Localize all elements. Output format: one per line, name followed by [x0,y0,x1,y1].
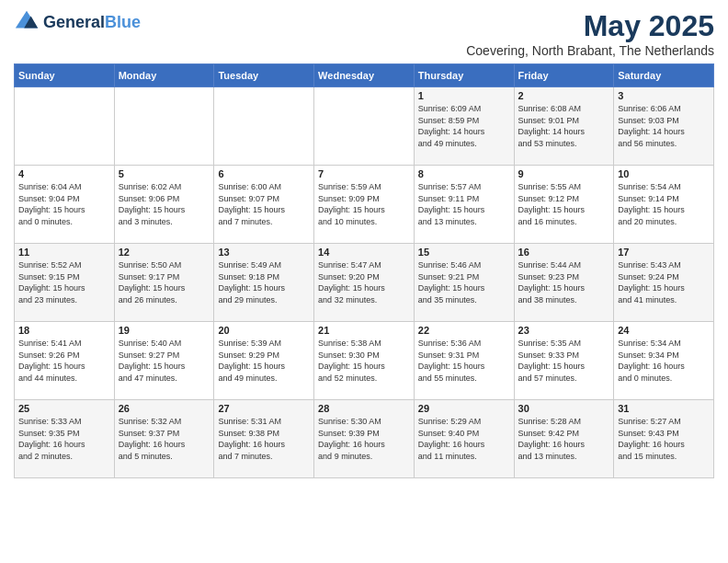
day-number: 27 [218,403,310,414]
day-number: 12 [119,247,210,258]
day-number: 2 [518,90,610,101]
weekday-header-wednesday: Wednesday [314,64,415,87]
day-number: 5 [119,168,210,179]
weekday-header-sunday: Sunday [15,64,115,87]
logo-icon [14,9,40,35]
calendar-cell-week2-day3: 6Sunrise: 6:00 AM Sunset: 9:07 PM Daylig… [214,166,314,244]
calendar-cell-week3-day1: 11Sunrise: 5:52 AM Sunset: 9:15 PM Dayli… [15,244,115,322]
calendar-cell-week4-day3: 20Sunrise: 5:39 AM Sunset: 9:29 PM Dayli… [214,322,314,400]
calendar-cell-week5-day4: 28Sunrise: 5:30 AM Sunset: 9:39 PM Dayli… [314,400,415,478]
day-info: Sunrise: 5:49 AM Sunset: 9:18 PM Dayligh… [218,259,310,305]
day-number: 11 [18,247,110,258]
calendar-cell-week3-day4: 14Sunrise: 5:47 AM Sunset: 9:20 PM Dayli… [314,244,415,322]
day-info: Sunrise: 6:04 AM Sunset: 9:04 PM Dayligh… [18,181,110,227]
day-number: 20 [218,325,310,336]
day-number: 3 [618,90,710,101]
page-header: GeneralBlue May 2025 Coevering, North Br… [14,9,714,58]
calendar-cell-week5-day6: 30Sunrise: 5:28 AM Sunset: 9:42 PM Dayli… [514,400,614,478]
day-info: Sunrise: 6:06 AM Sunset: 9:03 PM Dayligh… [618,103,710,149]
calendar-cell-week3-day3: 13Sunrise: 5:49 AM Sunset: 9:18 PM Dayli… [214,244,314,322]
day-number: 16 [518,247,610,258]
calendar-cell-week2-day1: 4Sunrise: 6:04 AM Sunset: 9:04 PM Daylig… [15,166,115,244]
day-info: Sunrise: 5:43 AM Sunset: 9:24 PM Dayligh… [618,259,710,305]
day-number: 30 [518,403,610,414]
calendar-week-row-1: 1Sunrise: 6:09 AM Sunset: 8:59 PM Daylig… [15,87,714,166]
day-number: 23 [518,325,610,336]
weekday-header-saturday: Saturday [614,64,714,87]
day-info: Sunrise: 5:36 AM Sunset: 9:31 PM Dayligh… [418,338,510,384]
month-year-title: May 2025 [466,9,714,43]
day-info: Sunrise: 6:02 AM Sunset: 9:06 PM Dayligh… [119,181,210,227]
calendar-cell-week3-day6: 16Sunrise: 5:44 AM Sunset: 9:23 PM Dayli… [514,244,614,322]
calendar-cell-week3-day5: 15Sunrise: 5:46 AM Sunset: 9:21 PM Dayli… [414,244,514,322]
day-number: 21 [318,325,410,336]
calendar-cell-week2-day2: 5Sunrise: 6:02 AM Sunset: 9:06 PM Daylig… [114,166,214,244]
logo: GeneralBlue [14,9,141,35]
calendar-week-row-3: 11Sunrise: 5:52 AM Sunset: 9:15 PM Dayli… [15,244,714,322]
calendar-cell-week1-day3 [214,87,314,166]
day-number: 1 [418,90,510,101]
day-number: 6 [218,168,310,179]
weekday-header-thursday: Thursday [414,64,514,87]
day-info: Sunrise: 5:57 AM Sunset: 9:11 PM Dayligh… [418,181,510,227]
calendar-cell-week2-day4: 7Sunrise: 5:59 AM Sunset: 9:09 PM Daylig… [314,166,415,244]
day-number: 10 [618,168,710,179]
day-number: 25 [18,403,110,414]
day-info: Sunrise: 5:46 AM Sunset: 9:21 PM Dayligh… [418,259,510,305]
calendar-cell-week1-day5: 1Sunrise: 6:09 AM Sunset: 8:59 PM Daylig… [414,87,514,166]
day-number: 24 [618,325,710,336]
day-number: 9 [518,168,610,179]
calendar-cell-week4-day5: 22Sunrise: 5:36 AM Sunset: 9:31 PM Dayli… [414,322,514,400]
calendar-cell-week5-day7: 31Sunrise: 5:27 AM Sunset: 9:43 PM Dayli… [614,400,714,478]
day-number: 17 [618,247,710,258]
day-number: 14 [318,247,410,258]
day-info: Sunrise: 5:40 AM Sunset: 9:27 PM Dayligh… [119,338,210,384]
day-number: 22 [418,325,510,336]
day-info: Sunrise: 5:50 AM Sunset: 9:17 PM Dayligh… [119,259,210,305]
day-number: 28 [318,403,410,414]
day-info: Sunrise: 5:59 AM Sunset: 9:09 PM Dayligh… [318,181,410,227]
day-number: 13 [218,247,310,258]
day-info: Sunrise: 6:08 AM Sunset: 9:01 PM Dayligh… [518,103,610,149]
calendar-cell-week2-day7: 10Sunrise: 5:54 AM Sunset: 9:14 PM Dayli… [614,166,714,244]
day-info: Sunrise: 6:09 AM Sunset: 8:59 PM Dayligh… [418,103,510,149]
calendar-table: SundayMondayTuesdayWednesdayThursdayFrid… [14,63,714,478]
calendar-cell-week4-day2: 19Sunrise: 5:40 AM Sunset: 9:27 PM Dayli… [114,322,214,400]
day-number: 31 [618,403,710,414]
day-info: Sunrise: 5:27 AM Sunset: 9:43 PM Dayligh… [618,416,710,462]
calendar-body: 1Sunrise: 6:09 AM Sunset: 8:59 PM Daylig… [15,87,714,478]
day-info: Sunrise: 5:35 AM Sunset: 9:33 PM Dayligh… [518,338,610,384]
day-info: Sunrise: 5:55 AM Sunset: 9:12 PM Dayligh… [518,181,610,227]
weekday-header-tuesday: Tuesday [214,64,314,87]
day-info: Sunrise: 5:31 AM Sunset: 9:38 PM Dayligh… [218,416,310,462]
calendar-cell-week2-day5: 8Sunrise: 5:57 AM Sunset: 9:11 PM Daylig… [414,166,514,244]
calendar-cell-week1-day7: 3Sunrise: 6:06 AM Sunset: 9:03 PM Daylig… [614,87,714,166]
day-number: 26 [119,403,210,414]
logo-blue-text: Blue [105,13,141,31]
day-number: 8 [418,168,510,179]
calendar-cell-week1-day6: 2Sunrise: 6:08 AM Sunset: 9:01 PM Daylig… [514,87,614,166]
day-info: Sunrise: 5:39 AM Sunset: 9:29 PM Dayligh… [218,338,310,384]
day-number: 7 [318,168,410,179]
day-info: Sunrise: 5:30 AM Sunset: 9:39 PM Dayligh… [318,416,410,462]
day-number: 15 [418,247,510,258]
day-info: Sunrise: 5:38 AM Sunset: 9:30 PM Dayligh… [318,338,410,384]
calendar-week-row-2: 4Sunrise: 6:04 AM Sunset: 9:04 PM Daylig… [15,166,714,244]
calendar-cell-week2-day6: 9Sunrise: 5:55 AM Sunset: 9:12 PM Daylig… [514,166,614,244]
weekday-header-row: SundayMondayTuesdayWednesdayThursdayFrid… [15,64,714,87]
day-number: 19 [119,325,210,336]
day-number: 18 [18,325,110,336]
weekday-header-friday: Friday [514,64,614,87]
calendar-cell-week5-day1: 25Sunrise: 5:33 AM Sunset: 9:35 PM Dayli… [15,400,115,478]
calendar-cell-week5-day3: 27Sunrise: 5:31 AM Sunset: 9:38 PM Dayli… [214,400,314,478]
day-info: Sunrise: 5:32 AM Sunset: 9:37 PM Dayligh… [119,416,210,462]
day-info: Sunrise: 5:28 AM Sunset: 9:42 PM Dayligh… [518,416,610,462]
weekday-header-monday: Monday [114,64,214,87]
calendar-cell-week5-day2: 26Sunrise: 5:32 AM Sunset: 9:37 PM Dayli… [114,400,214,478]
calendar-cell-week4-day1: 18Sunrise: 5:41 AM Sunset: 9:26 PM Dayli… [15,322,115,400]
day-info: Sunrise: 6:00 AM Sunset: 9:07 PM Dayligh… [218,181,310,227]
day-info: Sunrise: 5:41 AM Sunset: 9:26 PM Dayligh… [18,338,110,384]
day-info: Sunrise: 5:33 AM Sunset: 9:35 PM Dayligh… [18,416,110,462]
day-number: 4 [18,168,110,179]
calendar-week-row-4: 18Sunrise: 5:41 AM Sunset: 9:26 PM Dayli… [15,322,714,400]
